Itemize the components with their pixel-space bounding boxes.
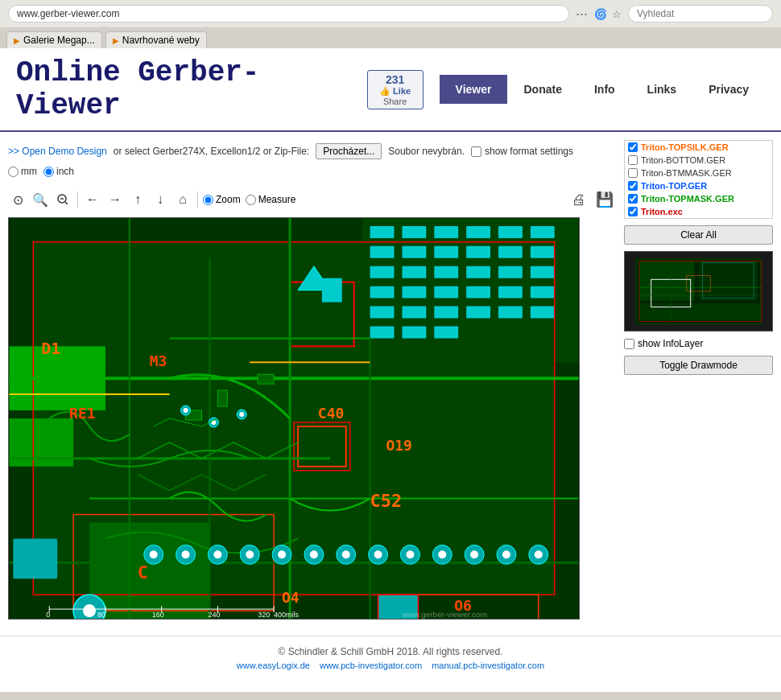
- pcb-canvas[interactable]: D1 M3 RE1 C40 O19 C52 C O4 O6: [8, 217, 580, 620]
- svg-rect-18: [434, 246, 458, 258]
- svg-rect-16: [370, 246, 395, 258]
- tab-label-navrhowane: Navrhované weby: [122, 35, 200, 46]
- infolayer-checkbox[interactable]: [624, 339, 634, 349]
- svg-rect-132: [639, 303, 762, 321]
- zoom-fit-icon[interactable]: ⊙: [8, 190, 27, 209]
- svg-rect-15: [531, 226, 555, 238]
- svg-rect-33: [531, 286, 555, 299]
- svg-point-84: [406, 550, 414, 558]
- footer-copyright: © Schindler & Schill GmbH 2018. All righ…: [10, 646, 771, 657]
- svg-text:400mils: 400mils: [274, 611, 299, 619]
- toolbar-right: 🖨 💾: [568, 188, 616, 211]
- svg-rect-29: [402, 286, 426, 299]
- svg-rect-131: [699, 261, 758, 301]
- fb-like-button[interactable]: 👍 Like: [379, 86, 411, 97]
- tab-navrhowane[interactable]: ▶ Navrhované weby: [105, 31, 207, 48]
- print-icon[interactable]: 🖨: [568, 188, 590, 211]
- footer-link-easylogix[interactable]: www.easyLogix.de: [237, 661, 310, 670]
- left-panel: >> Open Demo Design or select Gerber274X…: [8, 140, 616, 620]
- svg-text:C40: C40: [318, 405, 344, 422]
- svg-point-80: [342, 550, 350, 558]
- pcb-svg: D1 M3 RE1 C40 O19 C52 C O4 O6: [9, 218, 579, 619]
- measure-radio[interactable]: [246, 195, 256, 205]
- layer-checkbox-topmask[interactable]: [628, 194, 638, 204]
- svg-point-109: [184, 408, 188, 413]
- nav-menu: Viewer Donate Info Links Privacy: [440, 75, 765, 104]
- svg-rect-40: [370, 326, 395, 338]
- url-bar[interactable]: www.gerber-viewer.com: [8, 5, 569, 23]
- layer-checkbox-topsilk[interactable]: [628, 142, 638, 152]
- layer-item-topsilk[interactable]: Triton-TOPSILK.GER: [625, 141, 772, 154]
- svg-rect-26: [498, 266, 523, 278]
- home-icon[interactable]: ⌂: [173, 190, 192, 209]
- footer-link-pcb-investigator[interactable]: www.pcb-investigator.com: [320, 661, 422, 670]
- file-toolbar: >> Open Demo Design or select Gerber274X…: [8, 140, 616, 180]
- layer-label-topsilk: Triton-TOPSILK.GER: [641, 142, 729, 152]
- inch-radio[interactable]: [43, 167, 54, 177]
- svg-point-70: [182, 550, 190, 558]
- open-demo-link[interactable]: >> Open Demo Design: [8, 146, 107, 157]
- show-format-label: show format settings: [485, 146, 573, 157]
- tab-icon-navrhowane: ▶: [113, 36, 119, 45]
- clear-all-button[interactable]: Clear All: [624, 225, 773, 245]
- svg-rect-93: [13, 538, 57, 579]
- bookmark-star-icon[interactable]: ☆: [612, 8, 622, 20]
- mm-radio[interactable]: [8, 167, 19, 177]
- layer-list: Triton-TOPSILK.GERTriton-BOTTOM.GERTrito…: [624, 140, 773, 219]
- pan-down-icon[interactable]: ↓: [151, 190, 170, 209]
- layer-item-topmask[interactable]: Triton-TOPMASK.GER: [625, 192, 772, 205]
- nav-privacy[interactable]: Privacy: [692, 75, 765, 104]
- toolbar-sep-2: [197, 191, 198, 208]
- svg-rect-35: [402, 307, 426, 319]
- svg-point-62: [83, 604, 96, 617]
- browse-button[interactable]: Procházet...: [316, 143, 382, 159]
- layer-item-btmmask[interactable]: Triton-BTMMASK.GER: [625, 167, 772, 179]
- pocket-icon[interactable]: 🌀: [594, 8, 607, 20]
- layer-checkbox-btmmask[interactable]: [628, 168, 638, 178]
- nav-viewer[interactable]: Viewer: [440, 75, 508, 104]
- save-icon[interactable]: 💾: [593, 188, 616, 211]
- svg-rect-10: [370, 226, 395, 238]
- pan-up-icon[interactable]: ↑: [128, 190, 147, 209]
- layer-item-bottom[interactable]: Triton-BOTTOM.GER: [625, 154, 772, 167]
- svg-rect-38: [498, 307, 523, 319]
- layer-checkbox-exc[interactable]: [628, 207, 638, 216]
- layer-checkbox-top[interactable]: [628, 181, 638, 191]
- inch-radio-label[interactable]: inch: [43, 166, 74, 177]
- svg-rect-19: [466, 246, 490, 258]
- svg-rect-107: [258, 374, 274, 384]
- nav-links[interactable]: Links: [631, 75, 693, 104]
- zoom-radio-label[interactable]: Zoom: [203, 194, 241, 205]
- nav-donate[interactable]: Donate: [507, 75, 577, 104]
- svg-rect-42: [434, 326, 458, 338]
- svg-rect-104: [322, 278, 342, 303]
- svg-text:160: 160: [152, 611, 164, 619]
- svg-rect-21: [531, 246, 555, 258]
- minimap: [624, 251, 773, 331]
- zoom-out-icon[interactable]: [53, 190, 72, 209]
- tab-galerie[interactable]: ▶ Galerie Megap...: [6, 31, 102, 48]
- toggle-drawmode-button[interactable]: Toggle Drawmode: [624, 356, 773, 375]
- browser-menu-dots[interactable]: ···: [576, 6, 588, 23]
- svg-rect-39: [531, 307, 555, 319]
- zoom-in-icon[interactable]: 🔍: [31, 190, 50, 209]
- fb-widget[interactable]: 231 👍 Like Share: [367, 70, 424, 109]
- mm-radio-label[interactable]: mm: [8, 166, 37, 177]
- layer-checkbox-bottom[interactable]: [628, 155, 638, 165]
- nav-info[interactable]: Info: [578, 75, 631, 104]
- search-input[interactable]: [628, 5, 773, 23]
- svg-rect-12: [434, 226, 458, 238]
- measure-radio-label[interactable]: Measure: [246, 194, 296, 205]
- layer-label-topmask: Triton-TOPMASK.GER: [641, 194, 734, 204]
- zoom-radio[interactable]: [203, 195, 213, 205]
- pan-right-icon[interactable]: →: [105, 190, 125, 209]
- tab-label-galerie: Galerie Megap...: [23, 35, 95, 46]
- show-format-checkbox[interactable]: [471, 146, 481, 157]
- layer-item-exc[interactable]: Triton.exc: [625, 205, 772, 218]
- pan-left-icon[interactable]: ←: [83, 190, 102, 209]
- footer-link-manual[interactable]: manual.pcb-investigator.com: [432, 661, 544, 670]
- fb-share-button[interactable]: Share: [383, 97, 407, 106]
- infolayer-label: show InfoLayer: [638, 338, 703, 349]
- svg-point-86: [438, 550, 446, 558]
- layer-item-top[interactable]: Triton-TOP.GER: [625, 179, 772, 192]
